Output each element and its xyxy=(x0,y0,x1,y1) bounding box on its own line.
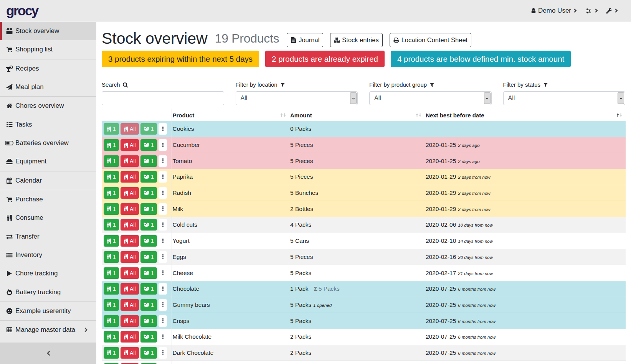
row-menu-button[interactable] xyxy=(159,331,167,343)
open-one-button[interactable]: 1 xyxy=(140,283,157,295)
row-menu-button[interactable] xyxy=(159,219,167,231)
open-one-button[interactable]: 1 xyxy=(140,219,157,231)
sidebar-item-chore-tracking[interactable]: Chore tracking xyxy=(0,264,96,283)
product-name[interactable]: Crisps xyxy=(173,318,190,324)
column-header-actions[interactable] xyxy=(102,109,172,121)
row-menu-button[interactable] xyxy=(159,235,167,247)
consume-all-button[interactable]: All xyxy=(121,219,139,231)
alert-button-expired[interactable]: 2 products are already expired xyxy=(265,51,385,67)
sidebar-item-chores-overview[interactable]: Chores overview xyxy=(0,96,96,115)
row-menu-button[interactable] xyxy=(159,187,167,199)
sidebar-item-equipment[interactable]: Equipment xyxy=(0,152,96,171)
open-one-button[interactable]: 1 xyxy=(140,251,157,263)
consume-one-button[interactable]: 1 xyxy=(104,347,119,359)
open-one-button[interactable]: 1 xyxy=(140,139,157,151)
column-header-next-best-before-date[interactable]: Next best before date xyxy=(425,109,626,121)
row-menu-button[interactable] xyxy=(159,283,167,295)
consume-all-button[interactable]: All xyxy=(121,251,139,263)
open-one-button[interactable]: 1 xyxy=(140,267,157,279)
product-group-select[interactable]: All xyxy=(369,91,492,105)
toolbar-button-journal[interactable]: Journal xyxy=(287,33,323,47)
product-name[interactable]: Radish xyxy=(173,189,191,196)
sidebar-collapse-button[interactable] xyxy=(0,343,96,364)
consume-one-button[interactable]: 1 xyxy=(104,219,119,231)
row-menu-button[interactable] xyxy=(159,123,167,135)
sidebar-item-recipes[interactable]: Recipes xyxy=(0,59,96,78)
consume-one-button[interactable]: 1 xyxy=(104,315,119,327)
product-name[interactable]: Milk xyxy=(173,206,183,212)
product-name[interactable]: Cookies xyxy=(173,125,194,132)
consume-all-button[interactable]: All xyxy=(121,347,139,359)
toolbar-button-location-content-sheet[interactable]: Location Content Sheet xyxy=(390,33,471,47)
product-name[interactable]: Cucumber xyxy=(173,142,200,148)
open-one-button[interactable]: 1 xyxy=(140,155,157,167)
sidebar-item-meal-plan[interactable]: Meal plan xyxy=(0,78,96,96)
status-select[interactable]: All xyxy=(503,91,626,105)
consume-all-button[interactable]: All xyxy=(121,203,139,215)
consume-one-button[interactable]: 1 xyxy=(104,331,119,343)
consume-one-button[interactable]: 1 xyxy=(104,267,119,279)
row-menu-button[interactable] xyxy=(159,203,167,215)
product-name[interactable]: Gummy bears xyxy=(173,301,210,308)
sidebar-item-calendar[interactable]: Calendar xyxy=(0,171,96,190)
open-one-button[interactable]: 1 xyxy=(140,171,157,183)
open-one-button[interactable]: 1 xyxy=(140,187,157,199)
sidebar-item-tasks[interactable]: Tasks xyxy=(0,115,96,134)
row-menu-button[interactable] xyxy=(159,267,167,279)
product-name[interactable]: Cheese xyxy=(173,270,193,276)
open-one-button[interactable]: 1 xyxy=(140,315,157,327)
consume-all-button[interactable]: All xyxy=(121,331,139,343)
product-name[interactable]: Yogurt xyxy=(173,237,190,244)
consume-one-button[interactable]: 1 xyxy=(104,187,119,199)
consume-one-button[interactable]: 1 xyxy=(104,155,119,167)
consume-all-button[interactable]: All xyxy=(121,171,139,183)
consume-one-button[interactable]: 1 xyxy=(104,123,119,135)
row-menu-button[interactable] xyxy=(159,155,167,167)
consume-one-button[interactable]: 1 xyxy=(104,171,119,183)
sidebar-item-shopping-list[interactable]: Shopping list xyxy=(0,40,96,59)
consume-all-button[interactable]: All xyxy=(121,139,139,151)
consume-all-button[interactable]: All xyxy=(121,315,139,327)
open-one-button[interactable]: 1 xyxy=(140,123,157,135)
row-menu-button[interactable] xyxy=(159,347,167,359)
toolbar-button-stock-entries[interactable]: Stock entries xyxy=(330,33,382,47)
sidebar-item-battery-tracking[interactable]: Battery tracking xyxy=(0,283,96,301)
sidebar-item-inventory[interactable]: Inventory xyxy=(0,246,96,264)
product-name[interactable]: Dark Chocolate xyxy=(173,349,214,356)
sidebar-item-stock-overview[interactable]: Stock overview xyxy=(0,22,96,40)
consume-one-button[interactable]: 1 xyxy=(104,283,119,295)
consume-all-button[interactable]: All xyxy=(121,267,139,279)
nav-admin-menu[interactable] xyxy=(606,8,618,14)
product-name[interactable]: Eggs xyxy=(173,254,186,260)
alert-button-expiring[interactable]: 3 products expiring within the next 5 da… xyxy=(102,51,259,67)
sidebar-item-batteries-overview[interactable]: Batteries overview xyxy=(0,134,96,152)
column-header-amount[interactable]: Amount xyxy=(289,109,425,121)
consume-all-button[interactable]: All xyxy=(121,155,139,167)
product-name[interactable]: Paprika xyxy=(173,173,193,180)
product-name[interactable]: Cold cuts xyxy=(173,221,198,228)
sidebar-item-example-userentity[interactable]: Example userentity xyxy=(0,301,96,320)
consume-one-button[interactable]: 1 xyxy=(104,139,119,151)
open-one-button[interactable]: 1 xyxy=(140,235,157,247)
sidebar-item-manage-master-data[interactable]: Manage master data xyxy=(0,320,96,339)
consume-all-button[interactable]: All xyxy=(121,235,139,247)
consume-all-button[interactable]: All xyxy=(121,123,139,135)
sidebar-item-transfer[interactable]: Transfer xyxy=(0,227,96,246)
consume-one-button[interactable]: 1 xyxy=(104,299,119,311)
product-name[interactable]: Chocolate xyxy=(173,285,200,292)
nav-settings-menu[interactable] xyxy=(585,8,598,14)
consume-all-button[interactable]: All xyxy=(121,187,139,199)
open-one-button[interactable]: 1 xyxy=(140,331,157,343)
consume-one-button[interactable]: 1 xyxy=(104,251,119,263)
open-one-button[interactable]: 1 xyxy=(140,347,157,359)
consume-one-button[interactable]: 1 xyxy=(104,203,119,215)
product-name[interactable]: Milk Chocolate xyxy=(173,333,212,340)
open-one-button[interactable]: 1 xyxy=(140,203,157,215)
search-input[interactable] xyxy=(102,91,224,105)
column-header-product[interactable]: Product xyxy=(172,109,289,121)
consume-all-button[interactable]: All xyxy=(121,299,139,311)
row-menu-button[interactable] xyxy=(159,299,167,311)
row-menu-button[interactable] xyxy=(159,139,167,151)
sidebar-item-consume[interactable]: Consume xyxy=(0,209,96,227)
app-logo[interactable]: grocy xyxy=(6,4,38,17)
